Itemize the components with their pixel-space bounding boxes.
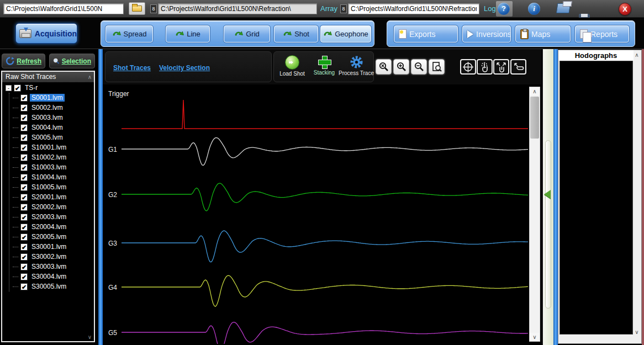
file-label[interactable]: S0005.lvm	[30, 134, 65, 141]
file-label[interactable]: S30004.lvm	[30, 273, 68, 280]
file-checkbox[interactable]: ✔	[20, 214, 28, 221]
inversions-button[interactable]: Inversions	[462, 25, 511, 43]
tab-shot-traces[interactable]: Shot Traces	[113, 64, 151, 72]
reports-button[interactable]: Reports	[575, 25, 629, 43]
line-button[interactable]: Line	[166, 25, 210, 43]
touch-pan-tool-button[interactable]	[477, 59, 493, 75]
tab-velocity-section[interactable]: Velocity Section	[159, 64, 210, 72]
selection-label: Selection	[62, 57, 91, 65]
file-checkbox[interactable]: ✔	[20, 134, 28, 141]
file-checkbox[interactable]: ✔	[20, 184, 28, 191]
zoom-reset-button[interactable]	[376, 59, 392, 75]
scroll-down-icon[interactable]: ∨	[530, 333, 540, 341]
trace-label: G3	[108, 240, 117, 247]
exports-button[interactable]: Exports	[394, 25, 458, 43]
tree-connector	[13, 147, 18, 148]
file-checkbox[interactable]: ✔	[20, 253, 28, 261]
collapse-left-arrow-icon[interactable]	[544, 190, 551, 199]
file-label[interactable]: S30005.lvm	[30, 283, 68, 290]
array-path-input[interactable]	[348, 3, 479, 14]
file-label[interactable]: S10001.lvm	[30, 144, 68, 151]
file-checkbox[interactable]: ✔	[20, 154, 28, 161]
file-label[interactable]: S0001.lvm	[30, 94, 65, 102]
spread-button[interactable]: Spread	[105, 25, 153, 43]
hodo-scroll-up-icon[interactable]: ∧	[634, 52, 640, 58]
output-button-panel: Exports Inversions Maps Reports	[387, 20, 635, 47]
splitter-handle[interactable]	[545, 140, 551, 309]
open-file-icon[interactable]	[556, 3, 571, 13]
green-refresh-arrow-icon	[283, 30, 292, 38]
file-checkbox[interactable]: ✔	[20, 114, 28, 121]
pinch-zoom-tool-button[interactable]	[493, 59, 509, 75]
file-checkbox[interactable]: ✔	[20, 243, 28, 251]
file-label[interactable]: S10003.lvm	[30, 163, 68, 171]
process-trace-button[interactable]: Process Trace	[339, 55, 373, 82]
file-checkbox[interactable]: ✔	[20, 194, 28, 201]
acquisition-button[interactable]: Acquisition	[15, 23, 77, 44]
path-terminal-icon: 8	[340, 4, 347, 13]
help-icon[interactable]: ?	[498, 3, 510, 15]
file-label[interactable]: S0002.lvm	[30, 104, 65, 112]
stacking-button[interactable]: Stacking	[309, 55, 340, 82]
root-checkbox[interactable]: ✔	[14, 84, 21, 92]
tree-scroll-up-icon[interactable]: ∧	[88, 72, 92, 82]
geophone-button[interactable]: Geophone	[320, 25, 371, 43]
file-label[interactable]: S10004.lvm	[30, 173, 68, 181]
tree-file-row: ✔S10005.lvm	[9, 182, 94, 192]
spread-label: Spread	[124, 30, 147, 38]
zoom-out-icon	[414, 61, 425, 72]
tree-root-label[interactable]: TS-r	[23, 84, 39, 92]
left-divider-strip	[98, 49, 103, 345]
file-label[interactable]: S20002.lvm	[30, 203, 68, 211]
file-label[interactable]: S30001.lvm	[30, 243, 68, 251]
file-checkbox[interactable]: ✔	[20, 164, 28, 171]
crosshair-tool-button[interactable]	[460, 59, 476, 75]
grid-button[interactable]: Grid	[224, 25, 270, 43]
file-label[interactable]: S20001.lvm	[30, 193, 68, 201]
file-checkbox[interactable]: ✔	[20, 174, 28, 181]
file-label[interactable]: S0004.lvm	[30, 124, 65, 131]
file-checkbox[interactable]: ✔	[20, 224, 28, 231]
browse-project-button[interactable]	[129, 2, 145, 15]
file-checkbox[interactable]: ✔	[20, 124, 28, 131]
file-label[interactable]: S20005.lvm	[30, 233, 68, 241]
file-checkbox[interactable]: ✔	[20, 104, 28, 112]
file-label[interactable]: S30002.lvm	[30, 253, 68, 261]
maps-button[interactable]: Maps	[515, 25, 571, 43]
tree-file-row: ✔S10002.lvm	[9, 152, 94, 162]
file-label[interactable]: S10005.lvm	[30, 183, 68, 191]
zoom-to-fit-button[interactable]	[429, 59, 445, 75]
hodo-scroll-down-icon[interactable]: ∨	[634, 329, 640, 335]
refraction-path-input[interactable]	[158, 3, 317, 14]
file-checkbox[interactable]: ✔	[20, 204, 28, 211]
file-label[interactable]: S20004.lvm	[30, 223, 68, 231]
selection-button[interactable]: Selection	[49, 54, 95, 68]
collapse-expander-icon[interactable]: -	[6, 85, 12, 91]
zoom-out-button[interactable]	[411, 59, 427, 75]
file-checkbox[interactable]: ✔	[20, 233, 28, 241]
file-checkbox[interactable]: ✔	[20, 273, 28, 280]
file-label[interactable]: S0003.lvm	[30, 114, 65, 121]
zoom-in-button[interactable]	[393, 59, 409, 75]
file-label[interactable]: S20003.lvm	[30, 213, 68, 221]
trace-g4	[122, 275, 528, 306]
refresh-button[interactable]: Refresh	[2, 54, 45, 68]
drag-pan-tool-button[interactable]	[510, 59, 526, 75]
file-checkbox[interactable]: ✔	[20, 263, 28, 270]
file-checkbox[interactable]: ✔	[20, 144, 28, 151]
load-shot-button[interactable]: Load Shot	[277, 55, 308, 82]
scroll-up-icon[interactable]: ∧	[530, 87, 540, 95]
tree-scroll-down-icon[interactable]: ∨	[88, 334, 92, 340]
file-label[interactable]: S10002.lvm	[30, 153, 68, 161]
project-path-input[interactable]	[3, 3, 124, 14]
panel-splitter[interactable]	[542, 49, 553, 345]
file-checkbox[interactable]: ✔	[20, 94, 28, 102]
file-label[interactable]: S30003.lvm	[30, 263, 68, 270]
file-checkbox[interactable]: ✔	[20, 283, 28, 290]
shot-button[interactable]: Shot	[274, 25, 318, 43]
scrollbar-thumb[interactable]	[530, 97, 539, 139]
info-icon[interactable]: i	[528, 3, 540, 15]
trace-vertical-scrollbar[interactable]: ∧ ∨	[529, 87, 540, 342]
close-button[interactable]: X	[619, 3, 631, 15]
gear-icon	[350, 55, 363, 69]
